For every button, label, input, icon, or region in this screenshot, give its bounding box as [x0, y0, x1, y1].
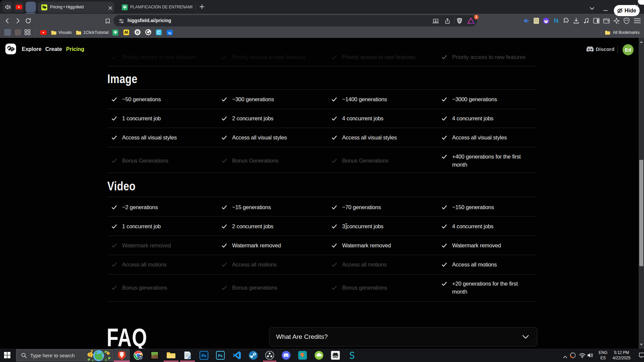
- svg-text:Ps: Ps: [218, 354, 222, 358]
- svg-text:IQ: IQ: [168, 32, 171, 35]
- svg-text:Ps: Ps: [202, 354, 206, 358]
